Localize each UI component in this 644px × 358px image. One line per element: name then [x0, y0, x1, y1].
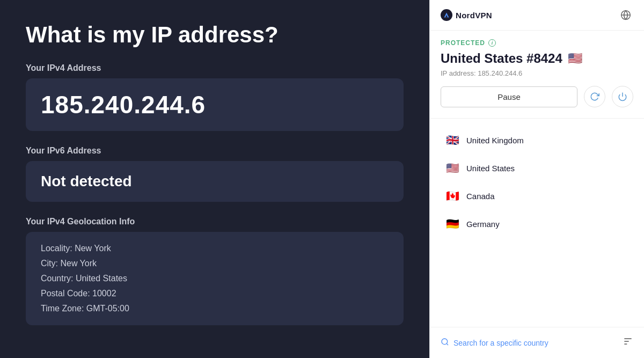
ipv6-label: Your IPv6 Address	[26, 146, 404, 156]
ip-display-value: 185.240.244.6	[478, 69, 522, 77]
ipv6-box: Not detected	[26, 161, 404, 202]
country-name-canada: Canada	[466, 192, 495, 201]
ipv4-value: 185.240.244.6	[41, 90, 389, 119]
app-name: NordVPN	[456, 11, 492, 20]
pause-button[interactable]: Pause	[441, 86, 577, 107]
ipv6-section: Your IPv6 Address Not detected	[26, 146, 404, 202]
country-item-uk[interactable]: 🇬🇧 United Kingdom	[441, 127, 633, 153]
geo-label: Your IPv4 Geolocation Info	[26, 217, 404, 227]
ipv6-value: Not detected	[41, 173, 389, 190]
geo-locality: Locality: New York	[41, 244, 389, 253]
nordvpn-logo-icon	[441, 9, 452, 21]
country-name-uk: United Kingdom	[466, 136, 524, 145]
server-name-text: United States #8424	[441, 51, 562, 66]
geo-city: City: New York	[41, 259, 389, 268]
info-icon: i	[488, 39, 496, 47]
geo-country: Country: United States	[41, 274, 389, 283]
globe-icon[interactable]	[618, 8, 633, 23]
ip-display: IP address: 185.240.244.6	[441, 69, 633, 77]
country-item-germany[interactable]: 🇩🇪 Germany	[441, 211, 633, 237]
flag-canada: 🇨🇦	[445, 188, 460, 203]
country-name-us: United States	[466, 164, 515, 173]
protected-label: PROTECTED	[441, 39, 485, 47]
ipv4-box: 185.240.244.6	[26, 78, 404, 131]
geo-timezone: Time Zone: GMT-05:00	[41, 304, 389, 313]
ipv4-label: Your IPv4 Address	[26, 63, 404, 73]
svg-line-4	[447, 344, 448, 345]
country-item-us[interactable]: 🇺🇸 United States	[441, 155, 633, 181]
vpn-status-section: PROTECTED i United States #8424 🇺🇸 IP ad…	[430, 31, 644, 119]
page-title: What is my IP address?	[26, 21, 404, 48]
nordvpn-logo: NordVPN	[441, 9, 492, 21]
search-country-label[interactable]: Search for a specific country	[453, 339, 548, 347]
flag-uk: 🇬🇧	[445, 133, 460, 148]
geo-section: Your IPv4 Geolocation Info Locality: New…	[26, 217, 404, 325]
country-list: 🇬🇧 United Kingdom 🇺🇸 United States 🇨🇦 Ca…	[430, 119, 644, 327]
right-panel: NordVPN PROTECTED i United States #8424 …	[429, 0, 644, 358]
geo-box: Locality: New York City: New York Countr…	[26, 232, 404, 325]
svg-point-3	[442, 339, 448, 345]
refresh-button[interactable]	[584, 86, 605, 107]
left-panel: What is my IP address? Your IPv4 Address…	[0, 0, 429, 358]
ipv4-section: Your IPv4 Address 185.240.244.6	[26, 63, 404, 131]
search-footer[interactable]: Search for a specific country	[430, 327, 644, 358]
search-icon	[441, 338, 449, 348]
power-button[interactable]	[612, 86, 633, 107]
filter-icon[interactable]	[623, 336, 633, 349]
country-name-germany: Germany	[466, 220, 500, 229]
ip-label: IP address:	[441, 69, 476, 77]
server-name: United States #8424 🇺🇸	[441, 51, 633, 66]
server-flag: 🇺🇸	[568, 52, 582, 65]
app-header: NordVPN	[430, 0, 644, 31]
protected-badge: PROTECTED i	[441, 39, 633, 47]
country-item-canada[interactable]: 🇨🇦 Canada	[441, 183, 633, 209]
vpn-actions: Pause	[441, 86, 633, 107]
flag-germany: 🇩🇪	[445, 216, 460, 231]
flag-us: 🇺🇸	[445, 160, 460, 176]
geo-postal: Postal Code: 10002	[41, 289, 389, 298]
